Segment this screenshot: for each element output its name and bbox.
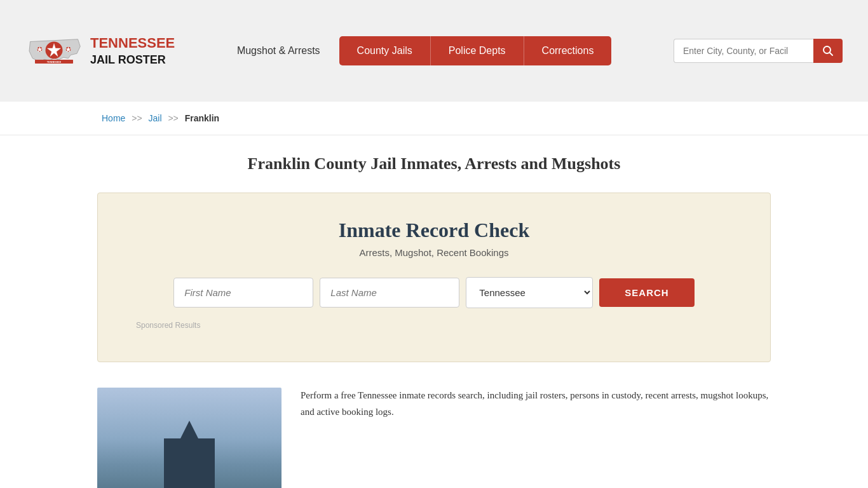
building-shape — [164, 438, 215, 488]
page-title: Franklin County Jail Inmates, Arrests an… — [97, 154, 771, 173]
site-header: TENNESSEE Tennessee Jail Roster Mugshot … — [0, 0, 868, 102]
description-para1: Perform a free Tennessee inmate records … — [301, 388, 771, 420]
svg-line-9 — [830, 53, 833, 56]
first-name-input[interactable] — [173, 278, 313, 308]
breadcrumb-home[interactable]: Home — [102, 113, 125, 123]
sponsored-label: Sponsored Results — [136, 321, 732, 330]
description-text: Perform a free Tennessee inmate records … — [301, 388, 771, 420]
nav-buttons: County Jails Police Depts Corrections — [339, 36, 612, 65]
last-name-input[interactable] — [320, 278, 459, 308]
record-check-box: Inmate Record Check Arrests, Mugshot, Re… — [97, 193, 771, 362]
bottom-section: Perform a free Tennessee inmate records … — [97, 388, 771, 488]
logo-icon: TENNESSEE — [25, 22, 83, 79]
header-search-button[interactable] — [813, 39, 843, 63]
inmate-search-form: Tennessee Alabama Georgia Kentucky North… — [136, 277, 732, 308]
breadcrumb-jail[interactable]: Jail — [149, 113, 162, 123]
building-top-shape — [180, 421, 199, 440]
logo-area: TENNESSEE Tennessee Jail Roster — [25, 22, 175, 79]
breadcrumb-sep1: >> — [132, 113, 142, 123]
state-select[interactable]: Tennessee Alabama Georgia Kentucky North… — [466, 277, 593, 308]
jail-image — [97, 388, 281, 488]
police-depts-button[interactable]: Police Depts — [431, 36, 524, 65]
breadcrumb-bar: Home >> Jail >> Franklin — [0, 102, 868, 135]
breadcrumb-current: Franklin — [185, 113, 219, 123]
main-content: Franklin County Jail Inmates, Arrests an… — [85, 135, 783, 488]
corrections-button[interactable]: Corrections — [524, 36, 612, 65]
logo-text: Tennessee Jail Roster — [90, 34, 175, 67]
svg-text:TENNESSEE: TENNESSEE — [47, 61, 62, 64]
record-check-subtitle: Arrests, Mugshot, Recent Bookings — [136, 247, 732, 258]
mugshot-arrests-link[interactable]: Mugshot & Arrests — [237, 45, 320, 57]
record-check-title: Inmate Record Check — [136, 219, 732, 242]
header-search-area — [674, 39, 843, 63]
county-jails-button[interactable]: County Jails — [339, 36, 431, 65]
search-icon — [822, 45, 834, 57]
nav-center: Mugshot & Arrests County Jails Police De… — [237, 36, 612, 65]
breadcrumb: Home >> Jail >> Franklin — [102, 113, 766, 123]
breadcrumb-sep2: >> — [168, 113, 178, 123]
header-search-input[interactable] — [674, 39, 813, 63]
inmate-search-button[interactable]: SEARCH — [599, 278, 694, 307]
